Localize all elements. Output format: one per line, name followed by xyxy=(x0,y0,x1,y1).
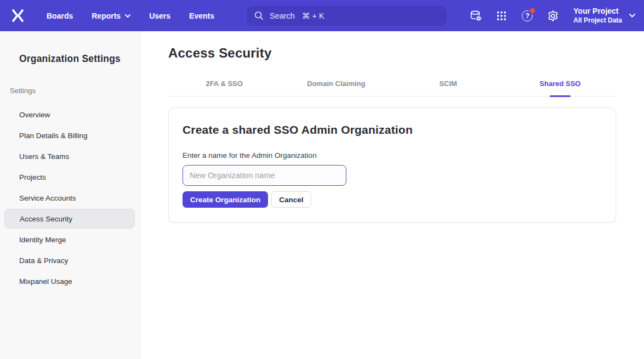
sidebar-item-label: Overview xyxy=(19,111,50,119)
card-title: Create a shared SSO Admin Organization xyxy=(183,123,602,136)
nav-item-events[interactable]: Events xyxy=(180,0,224,31)
nav-item-label: Reports xyxy=(92,12,121,20)
create-organization-button[interactable]: Create Organization xyxy=(183,191,268,208)
search-shortcut: ⌘ + K xyxy=(302,12,324,20)
page-title: Access Security xyxy=(168,45,616,61)
sidebar-item-data-privacy[interactable]: Data & Privacy xyxy=(0,250,140,271)
button-row: Create Organization Cancel xyxy=(183,191,602,208)
project-scope: All Project Data xyxy=(573,16,622,25)
sidebar-item-mixpanel-usage[interactable]: Mixpanel Usage xyxy=(0,271,140,292)
sidebar-item-projects[interactable]: Projects xyxy=(0,167,140,187)
nav-item-label: Events xyxy=(189,12,214,20)
sidebar-item-label: Access Security xyxy=(20,215,72,223)
nav-right-cluster: ? Your Project All Project Data xyxy=(468,7,635,25)
search-icon xyxy=(254,11,264,20)
cancel-button[interactable]: Cancel xyxy=(271,191,311,208)
tab-label: Domain Claiming xyxy=(307,79,365,88)
project-name: Your Project xyxy=(573,7,622,16)
sidebar-item-label: Mixpanel Usage xyxy=(19,277,72,286)
data-management-icon[interactable] xyxy=(468,8,484,24)
nav-item-label: Users xyxy=(149,12,170,20)
tab-scim[interactable]: SCIM xyxy=(392,79,504,96)
notification-dot xyxy=(530,8,535,13)
project-text: Your Project All Project Data xyxy=(573,7,622,25)
primary-nav: Boards Reports Users Events xyxy=(37,0,224,31)
sidebar-item-label: Users & Teams xyxy=(19,152,69,161)
sidebar-item-service-accounts[interactable]: Service Accounts xyxy=(0,187,140,208)
nav-item-users[interactable]: Users xyxy=(140,0,180,31)
sidebar-section-label: Settings xyxy=(10,87,140,95)
top-nav: Boards Reports Users Events Search ⌘ + K xyxy=(0,0,644,31)
sidebar-item-users-teams[interactable]: Users & Teams xyxy=(0,146,140,167)
tab-label: 2FA & SSO xyxy=(206,79,242,88)
nav-item-label: Boards xyxy=(47,12,73,20)
sidebar-item-access-security[interactable]: Access Security xyxy=(4,209,135,229)
org-name-field-label: Enter a name for the Admin Organization xyxy=(183,151,602,159)
create-sso-org-card: Create a shared SSO Admin Organization E… xyxy=(168,107,616,223)
tab-domain-claiming[interactable]: Domain Claiming xyxy=(280,79,392,96)
apps-grid-icon[interactable] xyxy=(493,8,510,24)
sidebar-item-label: Plan Details & Billing xyxy=(19,132,88,140)
sidebar-items: Overview Plan Details & Billing Users & … xyxy=(0,104,140,292)
sidebar: Organization Settings Settings Overview … xyxy=(0,31,140,359)
mixpanel-logo[interactable] xyxy=(10,8,25,24)
sidebar-item-label: Data & Privacy xyxy=(19,257,68,265)
project-selector[interactable]: Your Project All Project Data xyxy=(573,7,635,25)
tab-label: SCIM xyxy=(439,79,457,88)
nav-item-boards[interactable]: Boards xyxy=(37,0,82,31)
main-content: Access Security 2FA & SSO Domain Claimin… xyxy=(140,31,644,359)
sidebar-item-overview[interactable]: Overview xyxy=(0,104,140,125)
sidebar-item-plan-details-billing[interactable]: Plan Details & Billing xyxy=(0,125,140,146)
tab-2fa-sso[interactable]: 2FA & SSO xyxy=(168,79,280,96)
sidebar-item-label: Service Accounts xyxy=(19,194,76,202)
tab-shared-sso[interactable]: Shared SSO xyxy=(504,79,616,96)
sidebar-item-label: Projects xyxy=(19,173,46,181)
org-name-input[interactable] xyxy=(183,165,346,186)
search-placeholder: Search xyxy=(270,12,295,20)
search-input[interactable]: Search ⌘ + K xyxy=(247,6,447,26)
project-chevron-icon xyxy=(629,14,635,18)
sidebar-item-label: Identity Merge xyxy=(19,236,66,244)
help-icon[interactable]: ? xyxy=(519,8,535,24)
chevron-down-icon xyxy=(125,14,130,18)
nav-item-reports[interactable]: Reports xyxy=(82,0,140,31)
tab-bar: 2FA & SSO Domain Claiming SCIM Shared SS… xyxy=(168,79,616,96)
settings-gear-icon[interactable] xyxy=(545,8,561,24)
sidebar-item-identity-merge[interactable]: Identity Merge xyxy=(0,229,140,250)
sidebar-title: Organization Settings xyxy=(0,53,140,65)
tab-label: Shared SSO xyxy=(539,79,580,88)
